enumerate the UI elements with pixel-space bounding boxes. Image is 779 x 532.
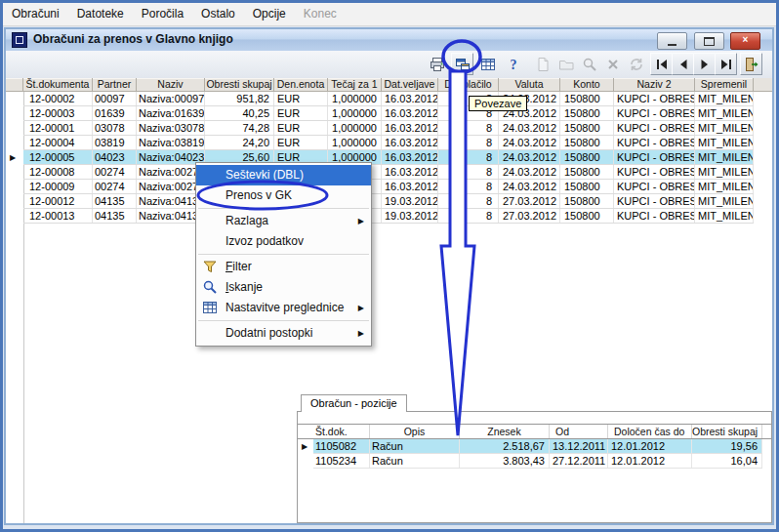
app-icon [12,32,27,48]
grid-cell: KUPCI - OBRESTI [614,136,695,149]
grid-cell: 16.03.2012 [382,150,438,164]
folder-button[interactable] [554,53,577,75]
positions-column-header[interactable]: Obresti skupaj [692,425,762,438]
grid-cell: 12-00008 [23,165,93,179]
menu-item-nastavitve-preglednice[interactable]: Nastavitve preglednice▶ [196,298,371,318]
menubar-item-ostalo[interactable]: Ostalo [192,3,244,23]
menu-item-dodatni-postopki[interactable]: Dodatni postopki▶ [196,323,371,344]
nav-prev-button[interactable] [672,53,694,75]
submenu-arrow-icon: ▶ [358,298,364,318]
grid-cell: 150800 [560,180,614,193]
positions-row[interactable]: 1105082Račun2.518,6713.12.201112.01.2012… [313,439,762,454]
help-button[interactable]: ? [502,53,524,75]
positions-column-header[interactable]: Od [550,425,608,438]
menubar-item-obracuni[interactable]: Obračuni [3,3,68,23]
menubar-item-porocila[interactable]: Poročila [133,3,192,23]
grid-column-header[interactable]: Tečaj za 1 [328,78,382,91]
grid-cell: 1,000000 [328,92,382,105]
grid-cell: 1,000000 [328,121,382,135]
menu-item-prenos-v-gk[interactable]: Prenos v GK [196,185,371,206]
positions-cell: 1105234 [313,454,370,468]
grid-cell: 8 [438,150,499,164]
tab-obracun-pozicije[interactable]: Obračun - pozicije [301,394,407,412]
grid-row[interactable]: 12-0001304135Naziva:0413519.03.2012827.0… [23,209,754,224]
grid-column-header[interactable]: Obresti skupaj [205,78,274,91]
menu-item-label: Filter [226,257,252,277]
nav-first-button[interactable] [650,53,673,75]
print-button[interactable] [426,53,448,75]
grid-cell: 04135 [93,194,137,208]
grid-row[interactable]: 12-0001204135Naziva:0413519.03.2012827.0… [23,194,754,209]
grid-cell: 1,000000 [328,136,382,149]
positions-column-header[interactable]: Določen čas do [608,425,692,438]
menu-item-filter[interactable]: Filter [196,257,371,277]
menu-item-izvoz-podatkov[interactable]: Izvoz podatkov [196,231,371,252]
grid-row[interactable]: 12-0000800274Naziva:0027416.03.2012824.0… [23,165,754,180]
positions-column-header[interactable]: Št.dok. [313,425,370,438]
grid-cell: 150800 [560,92,614,105]
links-icon [455,57,471,72]
grid-column-header[interactable]: Partner [93,78,137,91]
menubar-item-datoteke[interactable]: Datoteke [68,3,133,23]
grid-cell: 12-00013 [23,209,93,223]
nav-next-icon [697,57,713,72]
grid-column-header[interactable]: Dni plačilo [438,78,499,91]
positions-cell: 27.12.2011 [550,454,608,468]
grid-cell: 16.03.2012 [382,180,438,193]
search-button[interactable] [578,53,600,75]
positions-column-header[interactable]: Znesek [460,425,550,438]
positions-cell: 13.12.2011 [550,439,608,453]
delete-button[interactable] [601,53,624,75]
grid-cell: 8 [438,194,499,208]
grid-cell: 16.03.2012 [382,106,438,120]
menu-item-label: Razlaga [226,211,268,231]
menu-item-razlaga[interactable]: Razlaga▶ [196,211,371,231]
grid-column-header[interactable]: Dat.veljave [382,78,438,91]
grid-cell: Naziva:01639 [137,106,205,120]
grid-column-header[interactable]: Valuta [499,78,560,91]
nav-last-button[interactable] [715,53,737,75]
grid-column-header[interactable]: Naziv 2 [614,78,695,91]
exit-button[interactable] [740,53,762,75]
exit-icon [744,57,759,72]
maximize-icon [704,37,715,46]
doc-button[interactable] [531,53,554,75]
filter-icon [202,259,218,274]
positions-grid-rows: 1105082Račun2.518,6713.12.201112.01.2012… [298,439,771,522]
grid-cell: KUPCI - OBRESTI [614,165,695,179]
grid-row[interactable]: 12-0000504023Naziva:0402325,60EUR1,00000… [23,150,754,165]
menu-item-sestevki-dbl[interactable]: Seštevki (DBL) [196,165,371,185]
close-button[interactable]: × [730,32,760,50]
grid-column-header[interactable]: Konto [560,78,614,91]
positions-column-header[interactable]: Opis [370,425,460,438]
positions-row[interactable]: 1105234Račun3.803,4327.12.201112.01.2012… [313,454,762,469]
grid-column-header[interactable]: Št.dokumenta [23,78,93,91]
grid-row[interactable]: 12-0000103078Naziva:0307874,28EUR1,00000… [23,121,754,136]
grid-cell: 74,28 [205,121,274,135]
grid-row[interactable]: 12-0000403819Naziva:0381924,20EUR1,00000… [23,136,754,150]
links-button[interactable] [451,53,473,75]
minimize-button[interactable] [657,32,687,50]
grid-column-header[interactable]: Spremenil [695,78,754,91]
grid-row[interactable]: 12-0000200097Naziva:00097951,82EUR1,0000… [23,92,754,106]
nav-next-button[interactable] [693,53,716,75]
menu-item-iskanje[interactable]: Iskanje [196,277,371,298]
grid-cell: EUR [274,92,328,105]
refresh-button[interactable] [625,53,647,75]
grid-column-header[interactable]: Naziv [137,78,205,91]
grid-cell: MIT_MILEN [695,106,754,120]
grid-cell: Naziva:03078 [137,121,205,135]
maximize-button[interactable] [694,32,724,50]
grid-row[interactable]: 12-0000900274Naziva:0027416.03.2012824.0… [23,180,754,194]
table-button[interactable] [476,53,499,75]
grid-cell: 03078 [93,121,137,135]
grid-column-header[interactable]: Den.enota [274,78,328,91]
grid-cell: EUR [274,136,328,149]
menubar-item-opcije[interactable]: Opcije [244,3,295,23]
folder-icon [558,57,574,72]
grid-cell: MIT_MILEN [695,165,754,179]
grid-row[interactable]: 12-0000301639Naziva:0163940,25EUR1,00000… [23,106,754,121]
grid-cell: 01639 [93,106,137,120]
help-icon: ? [506,57,521,72]
minimize-icon [668,44,676,46]
